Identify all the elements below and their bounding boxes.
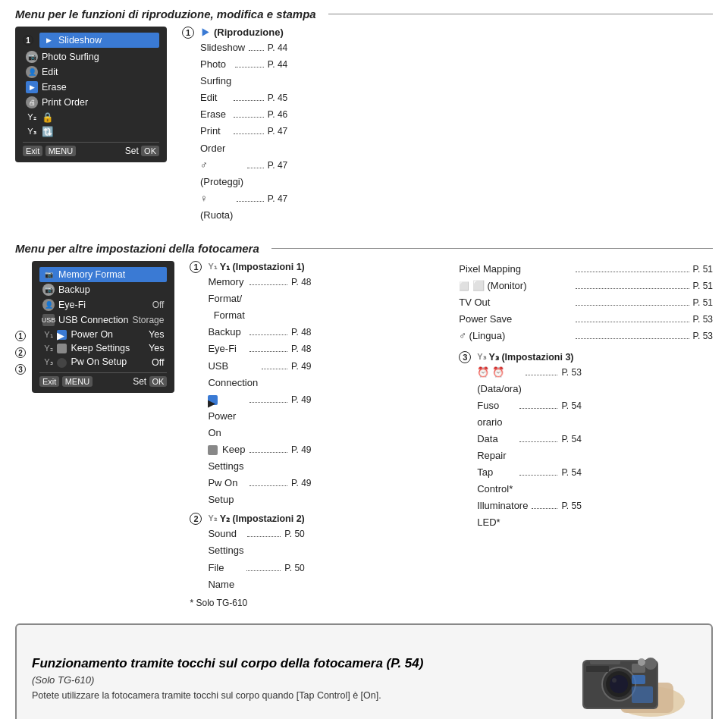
ref1-item-4: Print Order P. 47	[200, 123, 287, 156]
menu-row-eyefi[interactable]: 👤 Eye-Fi Off	[39, 297, 167, 312]
svg-rect-10	[632, 675, 645, 684]
keep-ref-icon	[208, 445, 218, 455]
exit-key-1[interactable]: Exit	[23, 146, 42, 156]
y1-ref-icon: Y₁	[208, 262, 216, 272]
highlight-text: Funzionamento tramite tocchi sul corpo d…	[32, 656, 560, 701]
svg-rect-14	[586, 666, 609, 672]
ref2-g3-item-2: Data Repair P. 54	[477, 431, 582, 464]
circle-2-2: 2	[190, 513, 202, 525]
ref2-group3-list: ⏰ ⏰ (Data/ora) P. 53 Fuso orario P. 54	[477, 364, 582, 532]
section1-header: Menu per le funzioni di riproduzione, mo…	[15, 8, 713, 20]
section1-menu-panel: 1 ▶ Slideshow 📷 Photo Surfing 👤 E	[15, 27, 167, 162]
poweron-ref-icon: ▶	[208, 395, 218, 405]
ref2-rt-4: ♂ (Lingua) P. 53	[459, 328, 713, 344]
ref2-g2-item-0: Sound Settings P. 50	[208, 526, 304, 559]
ref2-g1-item-4: ▶ Power On P. 49	[208, 391, 311, 441]
menu-row-edit[interactable]: 👤 Edit	[23, 64, 159, 80]
monitor-icon: ⬜	[459, 281, 469, 290]
svg-point-12	[638, 658, 645, 666]
menu-bottom-1: Exit MENU Set OK	[23, 142, 159, 156]
menu-key-2[interactable]: MENU	[62, 376, 93, 387]
set-key-ok-2[interactable]: OK	[149, 376, 168, 387]
highlight-desc: Potete utilizzare la fotocamera tramite …	[32, 690, 560, 701]
menu-row-photosurfing[interactable]: 📷 Photo Surfing	[23, 49, 159, 64]
menu-row-slideshow[interactable]: ▶ Slideshow	[39, 33, 159, 48]
tiny-play-icon	[200, 27, 210, 37]
ref2-group2-list: Sound Settings P. 50 File Name P. 50	[208, 526, 304, 592]
s2-label: 🔒	[42, 111, 156, 123]
cam2-icon-1: 📷	[42, 268, 55, 281]
ref2-footnote: * Solo TG-610	[190, 598, 444, 608]
s3-icon: Y₃	[26, 127, 38, 137]
menu-row-printorder[interactable]: 🖨 Print Order	[23, 95, 159, 110]
ref2-rt-1: ⬜ ⬜ (Monitor) P. 51	[459, 278, 713, 294]
svg-point-7	[610, 675, 628, 693]
menu-row-usb[interactable]: USB USB Connection Storage	[39, 312, 167, 328]
ref2-group3: 3 Y₃ Y₃ (Impostazioni 3) ⏰ ⏰ (Data/ora)	[459, 351, 713, 532]
side-markers: 1 2 3	[15, 261, 29, 378]
usb-icon: USB	[42, 314, 55, 326]
highlight-title: Funzionamento tramite tocchi sul corpo d…	[32, 656, 560, 671]
marker-2-1: 1	[15, 331, 26, 341]
ref2-group2-heading: Y₂ Y₂ (Impostazioni 2)	[208, 513, 304, 524]
ref2-group2: 2 Y₂ Y₂ (Impostazioni 2) Sound Settings …	[190, 513, 444, 592]
ref2-g1-item-2: Eye-Fi P. 48	[208, 341, 311, 357]
menu-row-pwonsetup[interactable]: Y₃ Pw On Setup Off	[39, 355, 167, 369]
ref2-g1-item-1: Backup P. 48	[208, 324, 311, 341]
ref1-item-6: ♀ (Ruota) P. 47	[200, 190, 287, 224]
ref2-rt-0: Pixel Mapping P. 51	[459, 261, 713, 278]
section2-ref-center: 1 Y₁ Y₁ (Impostazioni 1) Memory Format/ …	[190, 261, 444, 608]
ref2-rt-2: TV Out P. 51	[459, 294, 713, 311]
ref2-g3-item-1: Fuso orario P. 54	[477, 397, 582, 431]
ref1-item-2: Edit P. 45	[200, 89, 287, 106]
menu-row-s2[interactable]: Y₂ 🔒	[23, 110, 159, 124]
svg-point-8	[612, 678, 617, 683]
y1-icon: Y₁	[42, 330, 55, 340]
keepsettings-icon	[57, 344, 67, 353]
marker-1: 1	[23, 35, 33, 46]
ref2-g1-item-3: USB Connection P. 49	[208, 358, 311, 391]
set-key-ok-1[interactable]: OK	[141, 146, 159, 156]
poweron-icon: ▶	[57, 330, 67, 340]
y3-ref-icon2: Y₃	[477, 352, 485, 362]
circle-2-3: 3	[459, 351, 471, 363]
menu-row-poweron[interactable]: Y₁ ▶ Power On Yes	[39, 328, 167, 341]
svg-point-11	[645, 658, 657, 670]
menu-row-erase[interactable]: ▶ Erase	[23, 80, 159, 95]
y2-ref-icon: Y₂	[208, 513, 216, 523]
section2-header: Menu per altre impostazioni della fotoca…	[15, 242, 713, 255]
ref2-g3-item-0: ⏰ ⏰ (Data/ora) P. 53	[477, 364, 582, 397]
cam2-icon-2: 📷	[42, 284, 55, 296]
ref2-rt-3: Power Save P. 53	[459, 311, 713, 328]
menu-key-1[interactable]: MENU	[46, 146, 76, 156]
ref2-group1-list: Memory Format/ Format P. 48 Backup P. 48	[208, 274, 311, 508]
ref1-item-1: Photo Surfing P. 44	[200, 56, 287, 89]
section2-menu-panel: 1 2 3 📷 Memory Format 📷	[15, 261, 174, 393]
ref2-g3-item-4: Illuminatore LED* P. 55	[477, 498, 582, 531]
cam-icon-1: ▶	[42, 34, 55, 46]
ref1-header: (Riproduzione)	[214, 27, 284, 38]
ref1-list: Slideshow P. 44 Photo Surfing P. 44 Edit	[200, 39, 287, 224]
cam-icon-2: 📷	[26, 51, 38, 63]
menu-row-s3[interactable]: Y₃ 🔃	[23, 124, 159, 139]
menu-panel-1: 1 ▶ Slideshow 📷 Photo Surfing 👤 E	[15, 27, 167, 162]
pwonsetup-icon	[57, 358, 67, 368]
highlight-box: Funzionamento tramite tocchi sul corpo d…	[15, 623, 713, 719]
camera-illustration	[575, 637, 696, 719]
edit-icon: 👤	[26, 66, 38, 78]
menu-row-memformat[interactable]: 📷 Memory Format	[39, 267, 167, 282]
ref1-item-3: Erase P. 46	[200, 106, 287, 123]
y2-icon: Y₂	[42, 344, 55, 353]
exit-key-2[interactable]: Exit	[39, 376, 59, 387]
circle-1: 1	[182, 27, 194, 39]
s3-label: 🔃	[42, 126, 156, 137]
menu-row-backup[interactable]: 📷 Backup	[39, 282, 167, 297]
y3-icon: Y₃	[42, 357, 55, 367]
ref1-item-0: Slideshow P. 44	[200, 39, 287, 56]
menu-row-keepsettings[interactable]: Y₂ Keep Settings Yes	[39, 341, 167, 355]
play-icon: ▶	[26, 81, 38, 93]
print-icon: 🖨	[26, 96, 38, 108]
ref2-g3-item-3: Tap Control* P. 54	[477, 464, 582, 498]
ref2-right-top: Pixel Mapping P. 51 ⬜ ⬜ (Monitor) P. 51 …	[459, 261, 713, 344]
marker-2-3: 3	[15, 364, 26, 375]
